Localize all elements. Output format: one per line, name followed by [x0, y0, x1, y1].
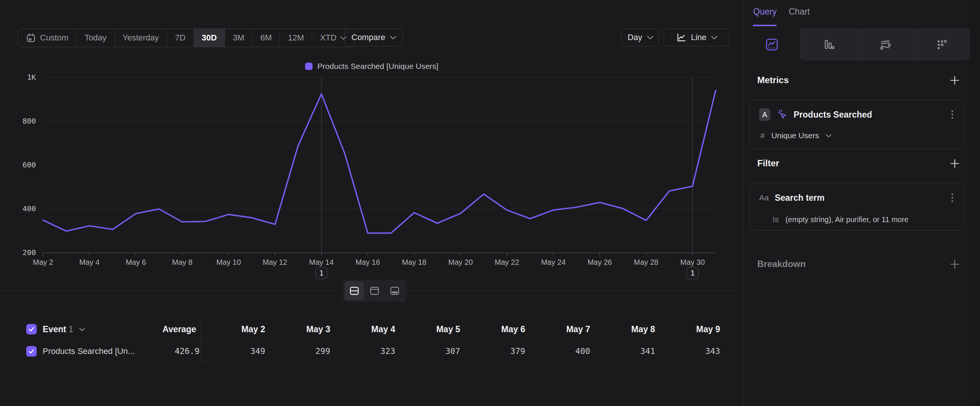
x-axis-label: May 18 [402, 258, 427, 266]
date-column-header[interactable]: May 9 [656, 324, 721, 334]
active-tab-underline [753, 25, 777, 26]
compare-label: Compare [352, 33, 385, 42]
date-column-header[interactable]: May 2 [201, 324, 266, 334]
date-range-custom[interactable]: Custom [18, 29, 77, 47]
tab-chart[interactable]: Chart [789, 7, 810, 17]
chart-type-tab-metrics[interactable] [913, 29, 970, 61]
metric-menu-button[interactable] [949, 108, 956, 121]
x-axis-label: May 8 [172, 258, 192, 266]
check-icon [29, 349, 35, 354]
date-range-6m[interactable]: 6M [253, 29, 280, 47]
table-row-divider [0, 363, 743, 363]
date-range-label: 7D [175, 33, 186, 43]
y-axis-label: 600 [22, 160, 36, 169]
y-axis-label: 400 [22, 204, 36, 213]
date-range-label: Custom [40, 33, 68, 43]
x-axis-label: May 4 [80, 258, 100, 266]
panel-scroll-gutter[interactable] [970, 0, 980, 406]
chevron-down-icon [711, 36, 717, 39]
breakdown-title: Breakdown [757, 259, 805, 269]
date-range-label: 3M [233, 33, 245, 43]
cell-value: 299 [266, 346, 331, 356]
split-horizontal-icon [349, 285, 360, 296]
layout-top-bar-icon [369, 285, 380, 296]
y-axis-label: 1K [27, 73, 36, 82]
date-range-30d[interactable]: 30D [194, 29, 225, 47]
query-builder-panel: Query Chart [743, 0, 980, 406]
filter-operator[interactable]: Is [773, 215, 779, 224]
chevron-down-icon[interactable] [826, 134, 831, 137]
date-column-header[interactable]: May 8 [591, 324, 656, 334]
y-axis-label: 200 [22, 248, 36, 257]
metrics-title: Metrics [757, 75, 789, 85]
string-property-icon: Aa [759, 193, 769, 202]
filter-property-name[interactable]: Search term [775, 193, 825, 203]
insights-report-app: CustomTodayYesterday7D30D3M6M12MXTD Comp… [0, 0, 980, 406]
chart-type-tab-bar [744, 29, 970, 61]
bar-chart-tab-icon [822, 38, 835, 51]
chart-type-tab-line[interactable] [744, 29, 800, 61]
filter-menu-button[interactable] [949, 191, 956, 204]
x-axis-label: May 28 [634, 258, 659, 266]
row-event-name[interactable]: Products Searched [Un... [43, 346, 135, 356]
x-axis-label: May 6 [126, 258, 146, 266]
chart-type-dropdown[interactable]: Line [664, 29, 730, 46]
metric-card[interactable]: A Products Searched # Unique Users [750, 100, 964, 150]
date-column-header[interactable]: May 3 [266, 324, 331, 334]
granularity-dropdown[interactable]: Day [621, 29, 659, 46]
chart-type-tab-flow[interactable] [857, 29, 913, 61]
filter-value[interactable]: (empty string), Air purifier, or 11 more [785, 215, 908, 224]
cell-value: 341 [591, 346, 656, 356]
date-column-headers: May 2May 3May 4May 5May 6May 7May 8May 9 [201, 324, 721, 334]
event-column-header[interactable]: Event 1 [43, 324, 73, 334]
tab-query[interactable]: Query [753, 7, 777, 17]
date-range-label: Today [84, 33, 107, 43]
event-count: 1 [68, 324, 73, 334]
select-all-checkbox[interactable] [26, 324, 37, 334]
filter-card[interactable]: Aa Search term Is (empty string), Air pu… [750, 183, 964, 231]
average-column-header[interactable]: Average [162, 324, 196, 334]
flow-tab-icon [878, 38, 892, 51]
date-range-label: 30D [202, 33, 217, 43]
add-filter-button[interactable] [950, 158, 960, 169]
chart-type-tab-bar-chart[interactable] [800, 29, 856, 61]
x-axis-label: May 14 [309, 258, 334, 266]
date-range-3m[interactable]: 3M [225, 29, 253, 47]
chevron-down-icon [647, 36, 653, 39]
date-range-7d[interactable]: 7D [167, 29, 194, 47]
date-column-header[interactable]: May 4 [331, 324, 396, 334]
breakdown-section-header: Breakdown [757, 257, 960, 271]
x-axis-label: May 22 [495, 258, 520, 266]
table-row: Products Searched [Un... 426.9 349299323… [0, 340, 743, 363]
add-breakdown-button[interactable] [950, 259, 960, 269]
row-date-values: 349299323307379400341343 [201, 346, 721, 356]
row-checkbox[interactable] [26, 346, 37, 357]
trend-line-chart[interactable]: 2004006008001KMay 2May 4May 6May 8May 10… [0, 71, 743, 285]
metric-event-name[interactable]: Products Searched [794, 110, 872, 120]
date-range-12m[interactable]: 12M [280, 29, 312, 47]
date-range-today[interactable]: Today [77, 29, 115, 47]
metric-letter-badge: A [759, 108, 770, 121]
aggregation-hash-icon: # [760, 131, 765, 140]
layout-split-horizontal-button[interactable] [345, 281, 364, 300]
x-axis-label: May 12 [263, 258, 288, 266]
date-column-header[interactable]: May 7 [526, 324, 591, 334]
x-axis-label: May 16 [356, 258, 380, 266]
x-axis-label: May 20 [449, 258, 473, 266]
metrics-section-header: Metrics [757, 73, 960, 87]
date-range-yesterday[interactable]: Yesterday [115, 29, 167, 47]
table-header-row: Event 1 Average May 2May 3May 4May 5May … [0, 319, 743, 339]
filter-section-header: Filter [757, 156, 960, 170]
filter-title: Filter [757, 158, 780, 169]
aggregation-selector[interactable]: Unique Users [772, 131, 819, 140]
chevron-down-icon[interactable] [80, 328, 85, 331]
date-column-header[interactable]: May 5 [396, 324, 461, 334]
cell-value: 379 [461, 346, 526, 356]
date-column-header[interactable]: May 6 [461, 324, 526, 334]
add-metric-button[interactable] [950, 75, 960, 85]
annotation-badge-label: 1 [690, 269, 695, 277]
compare-button[interactable]: Compare [344, 29, 403, 46]
layout-table-only-button[interactable] [385, 281, 404, 300]
layout-chart-only-button[interactable] [365, 281, 384, 300]
check-icon [29, 326, 35, 332]
